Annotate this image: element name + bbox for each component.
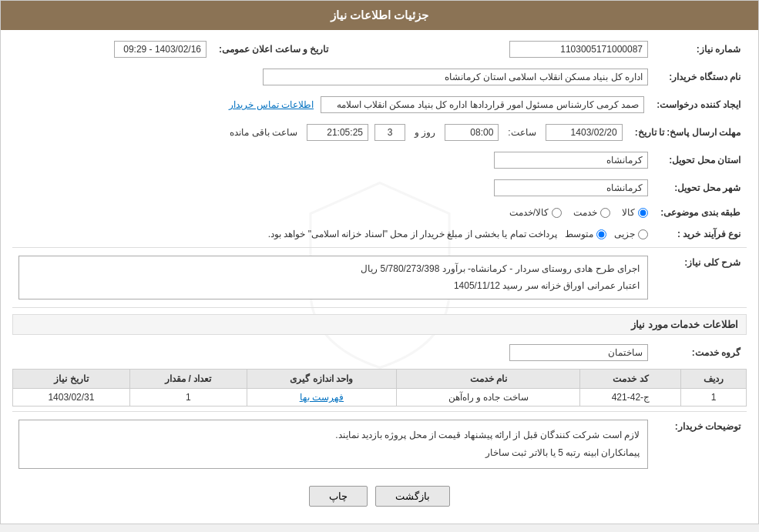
divider-1 bbox=[12, 247, 747, 248]
toseeh-section: توضیحات خریدار: لازم است شرکت کنندگان قب… bbox=[12, 417, 747, 472]
namDastgah-value: اداره کل بنیاد مسکن انقلاب اسلامی استان … bbox=[263, 69, 648, 85]
shomareNiaz-label: شماره نیاز: bbox=[654, 38, 747, 61]
cell-tedad: 1 bbox=[129, 389, 247, 407]
col-nam: نام خدمت bbox=[397, 370, 580, 389]
ostan-value: کرمانشاه bbox=[494, 152, 648, 169]
tabaqe-radio3-label: کالا/خدمت bbox=[509, 207, 549, 218]
tabaqe-label: طبقه بندی موضوعی: bbox=[654, 204, 747, 221]
toseeh-line2: پیمانکاران ابینه رتبه 5 یا بالاتر ثبت سا… bbox=[27, 444, 640, 462]
noe-radio1-label: جزیی bbox=[614, 229, 635, 239]
shahr-value: کرمانشاه bbox=[494, 179, 648, 196]
info-row-2: نام دستگاه خریدار: اداره کل بنیاد مسکن ا… bbox=[12, 65, 747, 89]
baghimande-label: ساعت باقی مانده bbox=[230, 127, 297, 138]
info-row-3: ایجاد کننده درخواست: صمد کرمی کارشناس مس… bbox=[12, 93, 747, 116]
noe-radio-motavaset[interactable]: متوسط bbox=[565, 229, 606, 239]
tabaqe-radio-khedmat[interactable]: خدمت bbox=[573, 207, 610, 218]
back-button[interactable]: بازگشت bbox=[375, 486, 450, 507]
info-row-4: مهلت ارسال پاسخ: تا تاریخ: 1403/02/20 سا… bbox=[12, 121, 747, 144]
mohlat-date: 1403/02/20 bbox=[546, 124, 623, 141]
tabaqe-radio-kala[interactable]: کالا bbox=[622, 207, 648, 218]
namDastgah-label: نام دستگاه خریدار: bbox=[654, 65, 747, 89]
ostan-label: استان محل تحویل: bbox=[654, 149, 747, 172]
col-kod: کد خدمت bbox=[580, 370, 681, 389]
khadamat-section-title: اطلاعات خدمات مورد نیاز bbox=[12, 314, 747, 335]
noe-farayand-note: پرداخت تمام یا بخشی از مبلغ خریدار از مح… bbox=[268, 229, 557, 239]
cell-kod: ج-42-421 bbox=[580, 389, 681, 407]
ijadKonande-link[interactable]: اطلاعات تماس خریدار bbox=[229, 99, 314, 110]
saate-label: ساعت: bbox=[508, 127, 536, 138]
tabaqe-radio-kala-khedmat[interactable]: کالا/خدمت bbox=[509, 207, 562, 218]
tarikh-label: تاریخ و ساعت اعلان عمومی: bbox=[213, 38, 334, 61]
col-tedad: تعداد / مقدار bbox=[129, 370, 247, 389]
info-row-1: شماره نیاز: 1103005171000087 تاریخ و ساع… bbox=[12, 38, 747, 61]
col-tarikh: تاریخ نیاز bbox=[13, 370, 130, 389]
sharh-text1: اجرای طرح هادی روستای سردار - کرمانشاه- … bbox=[27, 261, 640, 278]
print-button[interactable]: چاپ bbox=[309, 486, 368, 507]
toseeh-line1: لازم است شرکت کنندگان قبل از ارائه پیشنه… bbox=[27, 427, 640, 444]
noe-radio2-label: متوسط bbox=[565, 229, 593, 239]
info-row-8: نوع فرآیند خرید : جزیی متوسط پرداخت bbox=[12, 226, 747, 243]
mohlat-label: مهلت ارسال پاسخ: تا تاریخ: bbox=[629, 121, 747, 144]
grouh-value: ساختمان bbox=[509, 344, 648, 361]
page-title: جزئیات اطلاعات نیاز bbox=[331, 8, 428, 22]
grouh-label: گروه خدمت: bbox=[654, 341, 747, 364]
tabaqe-radio1-label: کالا bbox=[622, 207, 635, 218]
tabaqe-radio2-label: خدمت bbox=[573, 207, 597, 218]
sharh-text2: اعتبار عمرانی اوراق خزانه سر رسید 1405/1… bbox=[27, 278, 640, 295]
cell-nam: ساخت جاده و راه‌آهن bbox=[397, 389, 580, 407]
info-row-5: استان محل تحویل: کرمانشاه bbox=[12, 149, 747, 172]
rooz-label: روز و bbox=[415, 127, 435, 138]
noeFarayand-label: نوع فرآیند خرید : bbox=[654, 226, 747, 243]
info-row-6: شهر محل تحویل: کرمانشاه bbox=[12, 176, 747, 199]
cell-vahed[interactable]: فهرست بها bbox=[247, 389, 396, 407]
ijadKonande-value: صمد کرمی کارشناس مسئول امور قراردادها اد… bbox=[321, 96, 644, 113]
sharh-section: شرح کلی نیاز: اجرای طرح هادی روستای سردا… bbox=[12, 253, 747, 303]
sharh-label: شرح کلی نیاز: bbox=[654, 253, 747, 303]
cell-tarikh: 1403/02/31 bbox=[13, 389, 130, 407]
table-row: 1 ج-42-421 ساخت جاده و راه‌آهن فهرست بها… bbox=[13, 389, 747, 407]
sharh-box: اجرای طرح هادی روستای سردار - کرمانشاه- … bbox=[18, 256, 648, 299]
ijadKonande-label: ایجاد کننده درخواست: bbox=[650, 93, 747, 116]
toseeh-label: توضیحات خریدار: bbox=[654, 417, 747, 472]
shomareNiaz-value: 1103005171000087 bbox=[509, 41, 648, 58]
baghimande-value: 21:05:25 bbox=[307, 124, 368, 141]
page-header: جزئیات اطلاعات نیاز bbox=[1, 1, 758, 30]
divider-3 bbox=[12, 411, 747, 412]
button-row: بازگشت چاپ bbox=[12, 477, 747, 516]
divider-2 bbox=[12, 307, 747, 308]
rooz-value: 3 bbox=[374, 124, 405, 141]
col-radif: ردیف bbox=[681, 370, 747, 389]
service-table: ردیف کد خدمت نام خدمت واحد اندازه گیری ت… bbox=[12, 369, 747, 407]
info-row-7: طبقه بندی موضوعی: کالا خدمت bbox=[12, 204, 747, 221]
toseeh-box: لازم است شرکت کنندگان قبل از ارائه پیشنه… bbox=[18, 420, 648, 469]
saate-value: 08:00 bbox=[445, 124, 499, 141]
noe-radio-jozi[interactable]: جزیی bbox=[614, 229, 648, 239]
cell-radif: 1 bbox=[681, 389, 747, 407]
grouh-row: گروه خدمت: ساختمان bbox=[12, 341, 747, 364]
shahr-label: شهر محل تحویل: bbox=[654, 176, 747, 199]
tarikh-value: 1403/02/16 - 09:29 bbox=[114, 41, 207, 58]
col-vahed: واحد اندازه گیری bbox=[247, 370, 396, 389]
